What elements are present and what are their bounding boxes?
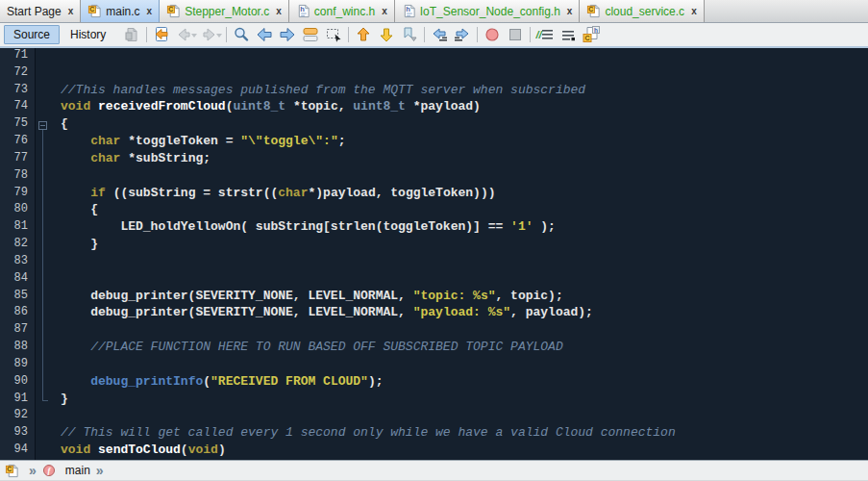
toolbar-separator (146, 27, 147, 42)
comment-icon: // (535, 25, 555, 44)
code-editor[interactable]: 7172737475767778798081828384858687888990… (0, 48, 868, 460)
chevron-right-icon: » (29, 464, 37, 477)
line-number: 94 (0, 443, 35, 460)
tab-conf-winc-h[interactable]: hconf_winc.hx (289, 0, 395, 22)
start-macro-recording-button[interactable] (481, 24, 504, 45)
tab-label: IoT_Sensor_Node_config.h (420, 5, 560, 18)
diff-button (120, 24, 143, 45)
code-line[interactable]: debug_printer(SEVERITY_NONE, LEVEL_NORMA… (61, 289, 868, 306)
line-number: 88 (0, 340, 35, 357)
function-icon: f (42, 464, 56, 477)
line-number: 71 (0, 48, 35, 65)
uncomment-button[interactable] (557, 24, 580, 45)
line-number: 75 (0, 116, 35, 134)
line-number: 86 (0, 305, 35, 322)
history-view-button[interactable]: History (62, 26, 114, 43)
tab-label: main.c (106, 5, 139, 18)
code-line[interactable] (61, 48, 868, 65)
find-previous-occurrence-button[interactable] (253, 24, 276, 45)
code-line[interactable] (61, 254, 868, 271)
tab-close-icon[interactable]: x (567, 6, 573, 16)
line-number: 81 (0, 219, 35, 237)
tab-close-icon[interactable]: x (691, 6, 697, 16)
tab-close-icon[interactable]: x (147, 6, 153, 16)
go-to-header-source-button[interactable]: hC (580, 24, 603, 45)
code-line[interactable]: LED_holdYellowOn( subString[strlen(toggl… (61, 219, 868, 237)
toggle-rectangular-selection-icon (324, 25, 343, 44)
tab-close-icon[interactable]: x (382, 6, 387, 16)
svg-text:C: C (90, 6, 95, 13)
code-line[interactable] (61, 322, 868, 340)
shift-line-right-icon (453, 25, 472, 44)
c-source-file-icon: C (166, 4, 181, 18)
back-button (173, 24, 198, 45)
toggle-bookmark-button[interactable] (398, 24, 421, 45)
svg-text:C: C (169, 6, 174, 13)
previous-bookmark-button[interactable] (352, 24, 375, 45)
code-line[interactable]: void sendToCloud(void) (61, 443, 868, 460)
shift-line-right-button[interactable] (451, 24, 474, 45)
code-line[interactable] (61, 357, 868, 374)
tab-close-icon[interactable]: x (276, 6, 282, 16)
code-line[interactable]: //PLACE FUNCTION HERE TO RUN BASED OFF S… (61, 340, 868, 357)
svg-text:C: C (585, 35, 590, 41)
stop-macro-recording-icon (506, 25, 525, 44)
tab-label: conf_winc.h (314, 5, 375, 18)
tab-cloud-service-c[interactable]: Ccloud_service.cx (580, 0, 704, 22)
code-line[interactable]: debug_printer(SEVERITY_NONE, LEVEL_NORMA… (61, 305, 868, 322)
shift-line-left-icon (430, 25, 449, 44)
code-line[interactable]: if ((subString = strstr((char*)payload, … (61, 186, 868, 203)
tab-start-page[interactable]: Start Pagex (0, 0, 81, 22)
line-number-gutter: 7172737475767778798081828384858687888990… (0, 48, 36, 460)
last-edit-location-button[interactable] (150, 24, 173, 45)
fold-toggle-icon[interactable] (38, 121, 47, 130)
line-number: 76 (0, 134, 35, 151)
fold-end-tick (42, 400, 48, 401)
line-number: 78 (0, 168, 35, 186)
code-line[interactable] (61, 168, 868, 186)
code-line[interactable]: // This will get called every 1 second o… (61, 425, 868, 443)
tab-iot-sensor-node-config-h[interactable]: hIoT_Sensor_Node_config.hx (395, 0, 581, 22)
line-number: 77 (0, 151, 35, 168)
shift-line-left-button[interactable] (428, 24, 451, 45)
toggle-rectangular-selection-button[interactable] (322, 24, 345, 45)
code-line[interactable]: } (61, 237, 868, 254)
code-area[interactable]: //This handles messages published from t… (61, 48, 868, 460)
code-line[interactable]: { (61, 116, 868, 134)
chevron-right-icon[interactable]: » (96, 464, 104, 477)
code-line[interactable]: { (61, 202, 868, 219)
source-view-button[interactable]: Source (4, 25, 60, 44)
toolbar-separator (530, 27, 531, 42)
svg-text:h: h (406, 5, 410, 13)
tab-stepper-motor-c[interactable]: CStepper_Motor.cx (160, 0, 289, 22)
code-line[interactable]: void receivedFromCloud(uint8_t *topic, u… (61, 99, 868, 116)
breadcrumb-function-label[interactable]: main (65, 464, 90, 477)
line-number: 72 (0, 65, 35, 83)
comment-button[interactable]: // (533, 24, 557, 45)
code-line[interactable] (61, 408, 868, 425)
line-number: 84 (0, 271, 35, 289)
code-fold-margin[interactable] (36, 48, 61, 460)
next-bookmark-button[interactable] (375, 24, 398, 45)
tab-close-icon[interactable]: x (68, 6, 74, 16)
uncomment-icon (558, 25, 578, 44)
code-line[interactable]: char *subString; (61, 151, 868, 168)
code-line[interactable] (61, 271, 868, 289)
code-line[interactable]: char *toggleToken = "\"toggle\":"; (61, 134, 868, 151)
tab-main-c[interactable]: Cmain.cx (81, 0, 160, 22)
c-source-file-icon: C (586, 4, 601, 18)
find-selection-icon (232, 25, 251, 44)
line-number: 87 (0, 322, 35, 340)
line-number: 82 (0, 237, 35, 254)
code-line[interactable]: } (61, 392, 868, 409)
code-line[interactable]: //This handles messages published from t… (61, 83, 868, 100)
toggle-highlight-search-button[interactable] (299, 24, 322, 45)
stop-macro-recording-button[interactable] (504, 24, 527, 45)
code-line[interactable] (61, 65, 868, 83)
editor-toolbar: Source History //hC (0, 23, 868, 48)
find-previous-occurrence-icon (255, 25, 274, 44)
c-source-file-icon: C (5, 464, 19, 478)
find-selection-button[interactable] (230, 24, 253, 45)
find-next-occurrence-button[interactable] (276, 24, 299, 45)
code-line[interactable]: debug_printInfo("RECEIVED FROM CLOUD"); (61, 374, 868, 392)
